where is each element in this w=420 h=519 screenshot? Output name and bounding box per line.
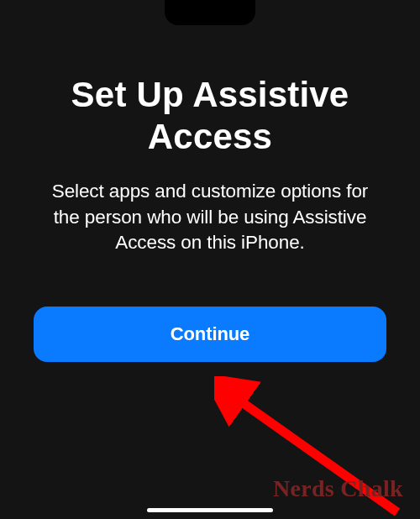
device-notch [165, 0, 255, 25]
page-title: Set Up Assistive Access [32, 74, 388, 157]
page-description: Select apps and customize options for th… [32, 179, 388, 256]
watermark: Nerds Chalk [273, 475, 403, 502]
onboarding-content: Set Up Assistive Access Select apps and … [0, 0, 420, 362]
home-indicator [147, 508, 273, 512]
continue-button[interactable]: Continue [34, 307, 386, 362]
